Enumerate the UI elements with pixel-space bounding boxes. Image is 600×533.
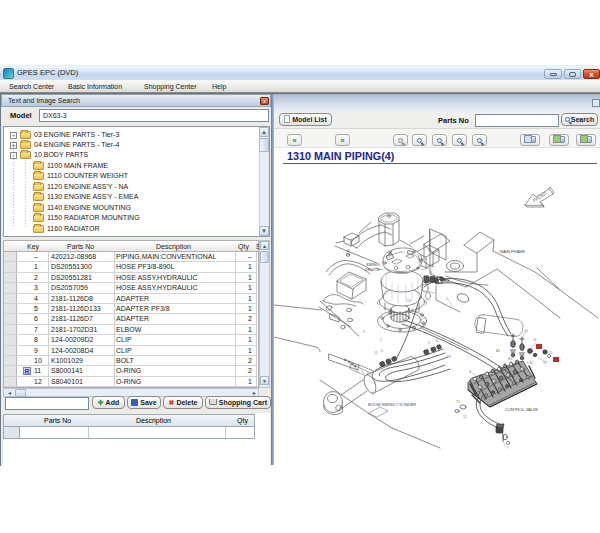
svg-text:LS2: LS2 [527, 361, 533, 365]
svg-text:13: 13 [407, 299, 411, 303]
svg-text:10: 10 [422, 323, 426, 327]
svg-text:11: 11 [533, 338, 537, 342]
svg-text:13: 13 [447, 355, 451, 359]
svg-text:3: 3 [469, 370, 471, 374]
svg-text:FRONT: FRONT [532, 191, 548, 203]
svg-text:12: 12 [463, 415, 467, 419]
svg-text:6: 6 [381, 349, 383, 353]
svg-text:9: 9 [452, 337, 454, 341]
svg-text:2: 2 [380, 338, 382, 342]
svg-text:7: 7 [506, 446, 508, 450]
svg-text:5: 5 [363, 330, 365, 334]
svg-text:CONTROL VALVE: CONTROL VALVE [505, 407, 538, 412]
svg-text:6: 6 [436, 339, 438, 343]
svg-text:11: 11 [549, 351, 553, 355]
svg-text:T1: T1 [456, 400, 460, 404]
svg-text:MAIN FRAME: MAIN FRAME [500, 249, 525, 254]
svg-text:BOOM SWING CYLINDER: BOOM SWING CYLINDER [368, 402, 416, 407]
svg-text:12: 12 [416, 309, 420, 313]
svg-text:9: 9 [428, 341, 430, 345]
svg-text:11: 11 [374, 351, 378, 355]
svg-text:A1: A1 [496, 349, 500, 353]
svg-text:1: 1 [446, 297, 448, 301]
svg-text:B1: B1 [508, 357, 512, 361]
svg-text:DEVICE: DEVICE [365, 267, 380, 272]
svg-text:8: 8 [430, 271, 432, 275]
